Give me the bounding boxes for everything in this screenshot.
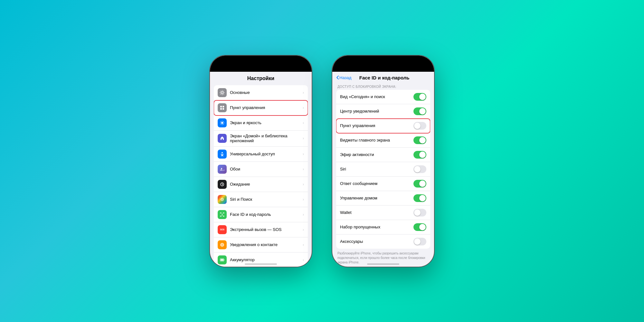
svg-point-16 xyxy=(222,199,223,200)
punkt-icon xyxy=(218,103,227,112)
back-button[interactable]: Назад xyxy=(336,75,351,80)
settings-item-faceid[interactable]: Face ID и код-пароль › xyxy=(214,207,308,222)
akkum-icon xyxy=(218,255,227,264)
svg-rect-2 xyxy=(287,67,288,70)
punkt2-label: Пункт управления xyxy=(340,123,413,128)
svg-rect-32 xyxy=(410,67,410,70)
back-label: Назад xyxy=(339,75,351,80)
svg-rect-30 xyxy=(408,69,408,70)
punkt-label: Пункт управления xyxy=(230,105,303,110)
phone2-wrapper: 10:05 Назад Face ID и код-пароль ДОСТУП … xyxy=(332,55,435,267)
svg-point-12 xyxy=(222,152,223,153)
signal-icon-2 xyxy=(408,67,412,70)
settings-item-ozhid[interactable]: Ожидание › xyxy=(214,177,308,192)
nabor-toggle[interactable] xyxy=(413,223,426,231)
phone1-home-indicator xyxy=(245,263,277,265)
settings-item-sos[interactable]: SOS Экстренный вызов — SOS › xyxy=(214,222,308,237)
settings-item-osnovnye[interactable]: Основные › xyxy=(214,85,308,100)
svg-rect-7 xyxy=(220,106,222,107)
otvet-label: Ответ сообщением xyxy=(340,181,413,186)
efir-toggle[interactable] xyxy=(413,151,426,159)
faceid-item-siri2[interactable]: Siri xyxy=(336,162,430,177)
svg-rect-1 xyxy=(286,68,287,70)
svg-rect-26 xyxy=(221,259,223,261)
faceid-label: Face ID и код-пароль xyxy=(230,212,303,217)
uvedom-icon xyxy=(218,240,227,249)
dom2-toggle[interactable] xyxy=(413,194,426,202)
siri-chevron: › xyxy=(303,197,304,202)
faceid-item-vid[interactable]: Вид «Сегодня» и поиск xyxy=(336,90,430,104)
tsentr-toggle[interactable] xyxy=(413,107,426,115)
faceid-item-dom2[interactable]: Управление домом xyxy=(336,191,430,206)
svg-rect-8 xyxy=(223,106,224,107)
oboi-chevron: › xyxy=(303,167,304,171)
akkum-label: Аккумулятор xyxy=(230,257,303,262)
settings-item-dom[interactable]: Экран «Домой» и библиотека приложений › xyxy=(214,131,308,147)
univ-chevron: › xyxy=(303,152,304,156)
svg-rect-10 xyxy=(223,108,224,110)
wifi-icon xyxy=(291,67,296,70)
faceid-item-vidzhet[interactable]: Виджеты главного экрана xyxy=(336,133,430,148)
settings-item-siri[interactable]: Siri и Поиск › xyxy=(214,192,308,207)
otvet-toggle[interactable] xyxy=(413,180,426,188)
signal-icon xyxy=(285,67,290,70)
ekran-label: Экран и яркость xyxy=(230,120,303,125)
vidzhet-toggle[interactable] xyxy=(413,136,426,144)
svg-rect-31 xyxy=(409,68,409,70)
svg-point-13 xyxy=(221,168,222,169)
battery-icon-2 xyxy=(419,67,426,70)
phone2-title: Face ID и код-пароль xyxy=(351,75,417,80)
vid-toggle[interactable] xyxy=(413,93,426,101)
siri2-toggle[interactable] xyxy=(413,165,426,173)
svg-point-23 xyxy=(222,244,223,245)
dom-chevron: › xyxy=(303,136,304,141)
faceid-item-wallet[interactable]: Wallet xyxy=(336,206,430,220)
phone1-screen: Настройки Основные › xyxy=(210,72,312,267)
phone2: 10:05 Назад Face ID и код-пароль ДОСТУП … xyxy=(332,55,435,267)
akc-toggle[interactable] xyxy=(413,238,426,245)
faceid-item-otvet[interactable]: Ответ сообщением xyxy=(336,177,430,191)
sos-label: Экстренный вызов — SOS xyxy=(230,227,303,232)
oboi-icon xyxy=(218,165,227,174)
phone2-time: 10:05 xyxy=(340,65,351,70)
sos-icon: SOS xyxy=(218,225,227,234)
osnovnye-chevron: › xyxy=(303,90,304,95)
sos-chevron: › xyxy=(303,227,304,232)
univ-icon xyxy=(218,150,227,159)
faceid-item-punkt[interactable]: Пункт управления xyxy=(336,119,430,133)
akc-label: Аксессуары xyxy=(340,239,413,244)
settings-item-punkt[interactable]: Пункт управления › xyxy=(214,100,308,115)
ekran-chevron: › xyxy=(303,121,304,125)
svg-rect-5 xyxy=(297,67,302,69)
oboi-label: Обои xyxy=(230,167,303,172)
phone2-main-section: Вид «Сегодня» и поиск Центр уведомлений … xyxy=(336,90,430,249)
faceid-item-efir[interactable]: Эфир активности xyxy=(336,148,430,162)
svg-point-22 xyxy=(221,243,224,246)
ozhid-label: Ожидание xyxy=(230,182,303,187)
punkt2-toggle[interactable] xyxy=(413,122,426,130)
settings-item-univ[interactable]: Универсальный доступ › xyxy=(214,147,308,162)
ozhid-icon xyxy=(218,180,227,189)
dom-home-icon xyxy=(218,134,227,143)
siri2-label: Siri xyxy=(340,167,413,171)
siri-label: Siri и Поиск xyxy=(230,197,303,202)
svg-rect-18 xyxy=(223,213,224,213)
svg-rect-0 xyxy=(285,69,286,70)
faceid-item-nabor[interactable]: Набор пропущенных xyxy=(336,220,430,235)
faceid-item-akc[interactable]: Аксессуары xyxy=(336,235,430,249)
uvedom-chevron: › xyxy=(303,243,304,247)
phone1-title: Настройки xyxy=(210,72,312,84)
settings-item-uvedom[interactable]: Уведомления о контакте › xyxy=(214,237,308,253)
svg-point-21 xyxy=(222,214,223,215)
wallet2-toggle[interactable] xyxy=(413,209,426,216)
settings-item-ekran[interactable]: Экран и яркость › xyxy=(214,115,308,131)
svg-rect-9 xyxy=(220,108,222,110)
faceid-item-tsentr[interactable]: Центр уведомлений xyxy=(336,104,430,119)
battery-icon xyxy=(297,67,304,70)
wallet2-label: Wallet xyxy=(340,210,413,215)
phone1-settings-list: Основные › Пункт управления › xyxy=(210,84,312,267)
access-section-header: ДОСТУП С БЛОКИРОВКОЙ ЭКРАНА: xyxy=(332,83,434,90)
settings-item-oboi[interactable]: Обои › xyxy=(214,162,308,177)
faceid-settings-icon xyxy=(218,210,227,219)
svg-rect-17 xyxy=(220,213,221,213)
